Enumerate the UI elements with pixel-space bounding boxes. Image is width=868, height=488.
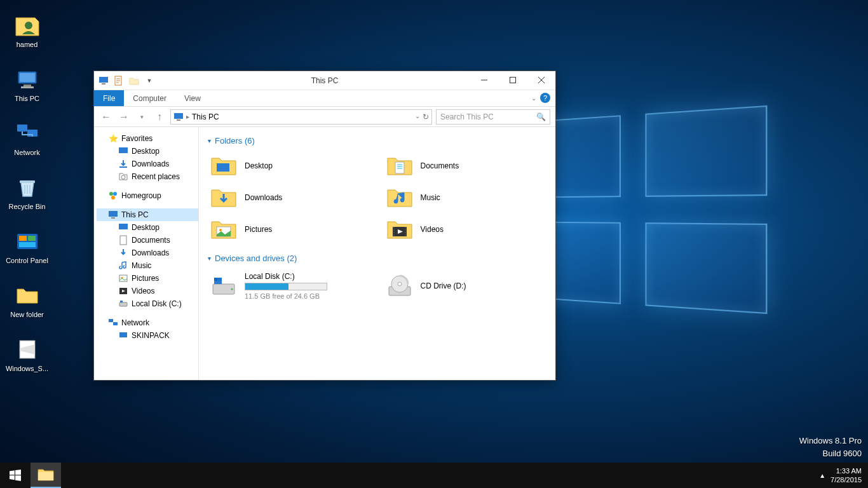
svg-rect-14 [102, 83, 105, 85]
taskbar-file-explorer[interactable] [31, 463, 61, 488]
desktop-icon-user[interactable]: hamed [3, 6, 51, 54]
search-input[interactable]: Search This PC 🔍 [436, 109, 550, 125]
address-dropdown-icon[interactable]: ⌄ [415, 112, 420, 121]
nav-pc-music[interactable]: Music [97, 259, 198, 272]
start-button[interactable] [0, 463, 31, 488]
nav-favorites-recent[interactable]: Recent places [97, 170, 198, 183]
svg-point-39 [219, 229, 222, 231]
nav-pc-local-disk[interactable]: Local Disk (C:) [97, 297, 198, 310]
qat-properties-icon[interactable] [113, 75, 125, 86]
svg-rect-33 [109, 319, 113, 322]
svg-rect-17 [174, 113, 183, 119]
desktop-icon-network[interactable]: Network [3, 114, 51, 162]
qat-dropdown-icon[interactable]: ▼ [144, 75, 155, 86]
documents-icon [118, 235, 128, 245]
svg-rect-26 [119, 224, 128, 229]
up-button[interactable]: ↑ [153, 110, 166, 124]
nav-pc-pictures[interactable]: Pictures [97, 272, 198, 285]
wallpaper-windows-logo [520, 105, 767, 314]
desktop-icon-label: Windows_S... [6, 365, 48, 372]
maximize-button[interactable] [498, 71, 527, 89]
taskbar: ▲ 1:33 AM 7/28/2015 [0, 463, 868, 488]
breadcrumb-location[interactable]: This PC [192, 112, 219, 121]
nav-toolbar: ← → ▾ ↑ ▸ This PC ⌄ ↻ Search This PC 🔍 [94, 107, 555, 127]
drives-section-header[interactable]: ▾Devices and drives (2) [208, 254, 546, 263]
nav-pc-downloads[interactable]: Downloads [97, 247, 198, 259]
nav-pc-desktop[interactable]: Desktop [97, 221, 198, 234]
desktop-icon-windows-s[interactable]: Windows_S... [3, 330, 51, 378]
folder-documents[interactable]: Documents [384, 152, 547, 180]
svg-rect-34 [113, 322, 118, 325]
taskbar-clock[interactable]: 1:33 AM 7/28/2015 [831, 466, 862, 485]
desktop-icon-this-pc[interactable]: This PC [3, 60, 51, 108]
svg-rect-5 [17, 125, 27, 132]
svg-rect-9 [19, 236, 27, 241]
desktop-icon-new-folder[interactable]: New folder [3, 276, 51, 324]
address-bar[interactable]: ▸ This PC ⌄ ↻ [170, 109, 432, 125]
svg-point-0 [25, 22, 32, 29]
svg-point-23 [111, 196, 115, 200]
svg-point-48 [398, 282, 402, 286]
nav-network-skinpack[interactable]: SKINPACK [97, 329, 198, 342]
drive-cd-d[interactable]: CD Drive (D:) [384, 269, 547, 302]
pictures-icon [118, 273, 128, 283]
file-explorer-window: ▼ This PC File Computer View ⌄ ? ← → ▾ ↑… [93, 71, 556, 381]
tab-view[interactable]: View [175, 90, 210, 106]
folder-downloads[interactable]: Downloads [208, 184, 371, 212]
desktop-icon [118, 146, 128, 156]
drive-icon [118, 299, 128, 309]
folder-pictures[interactable]: Pictures [208, 215, 371, 243]
homegroup-icon [108, 191, 118, 201]
svg-rect-19 [119, 147, 128, 153]
desktop-icon-control-panel[interactable]: Control Panel [3, 222, 51, 270]
svg-rect-3 [24, 85, 31, 86]
nav-pc-videos[interactable]: Videos [97, 285, 198, 297]
svg-rect-32 [120, 301, 123, 302]
forward-button[interactable]: → [117, 110, 131, 124]
nav-network[interactable]: Network [97, 316, 198, 329]
drive-local-disk-c[interactable]: Local Disk (C:) 11.5 GB free of 24.6 GB [208, 269, 371, 302]
tray-show-hidden-icon[interactable]: ▲ [819, 472, 825, 479]
folder-videos[interactable]: Videos [384, 215, 547, 243]
recent-dropdown[interactable]: ▾ [135, 110, 149, 124]
nav-favorites-desktop[interactable]: Desktop [97, 145, 198, 158]
svg-rect-25 [111, 217, 115, 219]
svg-rect-2 [20, 73, 35, 82]
svg-rect-49 [38, 472, 53, 480]
search-placeholder: Search This PC [440, 112, 494, 121]
minimize-button[interactable] [470, 71, 498, 89]
search-icon: 🔍 [536, 112, 546, 121]
tab-computer[interactable]: Computer [124, 90, 175, 106]
nav-favorites[interactable]: ⭐Favorites [97, 132, 198, 145]
desktop-icons-area: hamed This PC Network Recycle Bin Contro… [3, 6, 51, 384]
music-icon [118, 261, 128, 271]
folder-music[interactable]: Music [384, 184, 547, 212]
collapse-icon: ▾ [208, 255, 211, 262]
desktop-icon-recycle-bin[interactable]: Recycle Bin [3, 168, 51, 216]
title-bar[interactable]: ▼ This PC [94, 71, 555, 90]
qat-pc-icon[interactable] [98, 75, 109, 86]
qat-new-folder-icon[interactable] [128, 75, 140, 86]
svg-rect-37 [395, 162, 404, 173]
svg-rect-28 [119, 275, 127, 281]
nav-homegroup[interactable]: Homegroup [97, 189, 198, 202]
nav-favorites-downloads[interactable]: Downloads [97, 158, 198, 170]
folders-section-header[interactable]: ▾Folders (6) [208, 136, 546, 146]
folder-desktop[interactable]: Desktop [208, 152, 371, 180]
svg-rect-27 [120, 236, 126, 245]
svg-rect-10 [28, 236, 36, 241]
desktop-icon-label: Recycle Bin [8, 203, 45, 210]
collapse-icon: ▾ [208, 137, 211, 144]
nav-pc-documents[interactable]: Documents [97, 234, 198, 247]
close-button[interactable] [527, 71, 555, 89]
tab-file[interactable]: File [94, 90, 124, 106]
desktop-icon-label: Control Panel [6, 257, 48, 264]
drive-usage-bar [245, 283, 327, 290]
help-icon[interactable]: ? [540, 93, 550, 103]
drive-name: Local Disk (C:) [245, 272, 327, 281]
refresh-icon[interactable]: ↻ [423, 112, 429, 121]
download-icon [118, 248, 128, 258]
nav-this-pc[interactable]: This PC [97, 208, 198, 221]
back-button[interactable]: ← [99, 110, 113, 124]
ribbon-expand-icon[interactable]: ⌄ [531, 95, 536, 102]
